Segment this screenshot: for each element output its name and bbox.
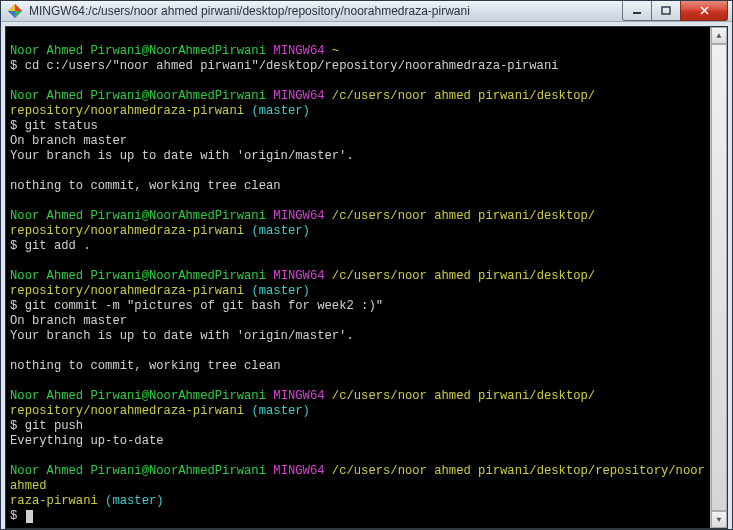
output-line: Your branch is up to date with 'origin/m… (10, 149, 354, 163)
prompt-sys: MINGW64 (273, 389, 324, 403)
cmd-commit: git commit -m "pictures of git bash for … (25, 299, 383, 313)
minimize-button[interactable] (622, 1, 652, 21)
output-line: nothing to commit, working tree clean (10, 179, 281, 193)
prompt-path: /c/users/noor ahmed pirwani/desktop/ (332, 89, 595, 103)
prompt-sys: MINGW64 (273, 269, 324, 283)
ps1: $ (10, 419, 17, 433)
prompt-branch: (master) (105, 494, 164, 508)
prompt-sys: MINGW64 (273, 44, 324, 58)
prompt-path: repository/noorahmedraza-pirwani (10, 104, 244, 118)
prompt-user: Noor Ahmed Pirwani@NoorAhmedPirwani (10, 44, 266, 58)
cmd-cd: cd c:/users/"noor ahmed pirwani"/desktop… (25, 59, 559, 73)
prompt-sys: MINGW64 (273, 209, 324, 223)
output-line: On branch master (10, 314, 127, 328)
prompt-path: ~ (332, 44, 339, 58)
cursor (26, 510, 33, 523)
prompt-user: Noor Ahmed Pirwani@NoorAhmedPirwani (10, 209, 266, 223)
svg-marker-4 (8, 4, 15, 11)
cmd-push: git push (25, 419, 84, 433)
svg-rect-6 (662, 7, 670, 14)
prompt-user: Noor Ahmed Pirwani@NoorAhmedPirwani (10, 464, 266, 478)
ps1: $ (10, 119, 17, 133)
titlebar[interactable]: MINGW64:/c/users/noor ahmed pirwani/desk… (1, 1, 732, 22)
ps1: $ (10, 59, 17, 73)
prompt-path: /c/users/noor ahmed pirwani/desktop/ (332, 269, 595, 283)
svg-rect-5 (633, 12, 641, 14)
prompt-branch: (master) (251, 404, 310, 418)
cmd-status: git status (25, 119, 98, 133)
prompt-path: repository/noorahmedraza-pirwani (10, 284, 244, 298)
window-controls (623, 1, 728, 21)
prompt-user: Noor Ahmed Pirwani@NoorAhmedPirwani (10, 389, 266, 403)
app-window: MINGW64:/c/users/noor ahmed pirwani/desk… (0, 0, 733, 530)
scrollbar[interactable]: ▲ ▼ (710, 27, 727, 528)
output-line: Everything up-to-date (10, 434, 164, 448)
ps1: $ (10, 299, 17, 313)
prompt-path: raza-pirwani (10, 494, 98, 508)
scroll-up-button[interactable]: ▲ (711, 27, 727, 44)
prompt-branch: (master) (251, 284, 310, 298)
prompt-user: Noor Ahmed Pirwani@NoorAhmedPirwani (10, 89, 266, 103)
prompt-path: repository/noorahmedraza-pirwani (10, 404, 244, 418)
maximize-button[interactable] (651, 1, 681, 21)
ps1: $ (10, 239, 17, 253)
prompt-path: /c/users/noor ahmed pirwani/desktop/ (332, 209, 595, 223)
prompt-branch: (master) (251, 224, 310, 238)
git-bash-icon (7, 3, 23, 19)
prompt-branch: (master) (251, 104, 310, 118)
prompt-path: /c/users/noor ahmed pirwani/desktop/ (332, 389, 595, 403)
prompt-path: repository/noorahmedraza-pirwani (10, 224, 244, 238)
blank-line (10, 29, 17, 43)
scroll-down-button[interactable]: ▼ (711, 511, 727, 528)
cmd-add: git add . (25, 239, 91, 253)
output-line: Your branch is up to date with 'origin/m… (10, 329, 354, 343)
ps1: $ (10, 509, 17, 523)
output-line: nothing to commit, working tree clean (10, 359, 281, 373)
output-line: On branch master (10, 134, 127, 148)
prompt-sys: MINGW64 (273, 89, 324, 103)
window-title: MINGW64:/c/users/noor ahmed pirwani/desk… (29, 4, 623, 18)
scroll-thumb[interactable] (711, 44, 727, 511)
prompt-sys: MINGW64 (273, 464, 324, 478)
terminal[interactable]: Noor Ahmed Pirwani@NoorAhmedPirwani MING… (6, 27, 710, 528)
client-area: Noor Ahmed Pirwani@NoorAhmedPirwani MING… (5, 26, 728, 529)
close-button[interactable] (680, 1, 728, 21)
prompt-user: Noor Ahmed Pirwani@NoorAhmedPirwani (10, 269, 266, 283)
